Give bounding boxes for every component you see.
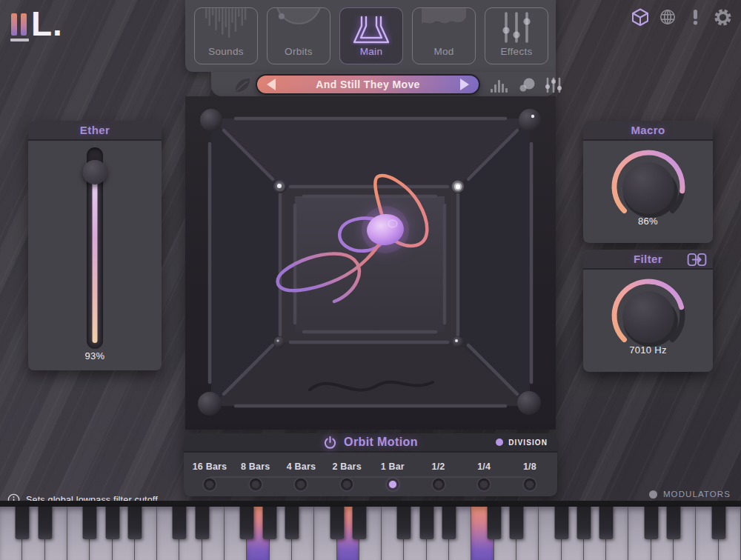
tab-label: Mod	[413, 46, 475, 57]
division-1-bar[interactable]: 1 Bar	[367, 461, 419, 492]
black-key[interactable]	[262, 507, 276, 539]
alert-icon[interactable]	[685, 7, 705, 27]
division-radio-dot	[526, 481, 534, 488]
logo-bar-icon	[11, 13, 17, 36]
division-radio-dot	[480, 481, 488, 488]
orbit-planet-icon	[275, 8, 322, 41]
previous-preset-button[interactable]	[266, 78, 276, 91]
filter-panel-header: Filter	[583, 250, 713, 270]
power-icon[interactable]	[323, 436, 337, 450]
black-key[interactable]	[644, 507, 658, 539]
orbit-motion-header: Orbit Motion DIVISION	[184, 433, 557, 453]
preset-utility-icons	[489, 77, 563, 93]
keyboard	[0, 507, 741, 560]
division-radio[interactable]	[339, 477, 354, 492]
tab-main[interactable]: Main	[339, 7, 403, 64]
ether-panel-header: Ether	[28, 121, 162, 141]
division-radio[interactable]	[522, 477, 537, 492]
division-1-4[interactable]: 1/4	[458, 461, 510, 492]
division-radio-dot	[297, 481, 305, 488]
division-option-label: 1 Bar	[367, 461, 419, 472]
black-key[interactable]	[330, 507, 344, 539]
next-preset-button[interactable]	[459, 78, 470, 91]
black-key[interactable]	[16, 507, 30, 539]
black-key[interactable]	[667, 507, 681, 539]
ether-value: 93%	[28, 350, 162, 361]
division-indicator[interactable]: DIVISION	[496, 433, 548, 451]
preset-selector[interactable]: And Still They Move	[256, 74, 480, 95]
division-1-2[interactable]: 1/2	[413, 461, 465, 492]
black-key[interactable]	[240, 507, 254, 539]
keyboard-gap	[0, 501, 741, 507]
black-key[interactable]	[127, 507, 142, 539]
leaf-icon[interactable]	[233, 76, 252, 95]
tab-bar: SoundsOrbitsMainModEffects	[185, 0, 556, 72]
black-key[interactable]	[397, 507, 411, 539]
division-radio[interactable]	[385, 477, 400, 492]
division-radio[interactable]	[202, 477, 217, 492]
black-key[interactable]	[599, 507, 614, 539]
division-option-label: 2 Bars	[321, 461, 373, 472]
tab-orbits[interactable]: Orbits	[267, 7, 330, 64]
black-key[interactable]	[419, 507, 433, 539]
black-key[interactable]	[105, 507, 119, 539]
ether-slider-knob[interactable]	[83, 160, 107, 184]
midi-link-icon[interactable]	[687, 253, 707, 267]
division-radio[interactable]	[431, 477, 446, 492]
black-key[interactable]	[576, 507, 591, 539]
bubbles-icon[interactable]	[519, 78, 536, 93]
ether-slider-fill	[93, 172, 98, 343]
division-4-bars[interactable]: 4 Bars	[275, 461, 327, 492]
division-1-8[interactable]: 1/8	[504, 461, 556, 492]
cube-3d-icon[interactable]	[631, 7, 650, 27]
wave-envelope-icon	[420, 8, 468, 35]
cube-visualizer[interactable]	[185, 96, 556, 430]
black-key[interactable]	[173, 507, 187, 539]
tab-mod[interactable]: Mod	[412, 7, 476, 64]
fader-sliders-icon	[499, 11, 534, 44]
logo-underline-icon	[10, 39, 29, 41]
filter-title: Filter	[634, 253, 662, 265]
logo-bar-icon	[21, 13, 27, 36]
globe-icon[interactable]	[658, 7, 677, 27]
tab-label: Orbits	[268, 46, 330, 57]
logo-text: L.	[31, 4, 63, 44]
division-radio-dot	[343, 481, 350, 488]
brand-logo: L.	[10, 10, 92, 49]
macro-value: 86%	[583, 216, 713, 227]
division-radio[interactable]	[248, 477, 263, 492]
black-key[interactable]	[442, 507, 456, 539]
mixer-icon[interactable]	[544, 77, 563, 93]
division-option-label: 1/4	[458, 461, 510, 472]
black-key[interactable]	[195, 507, 209, 539]
tab-sounds[interactable]: Sounds	[194, 7, 258, 64]
division-radio-dot	[252, 481, 259, 488]
preset-name: And Still They Move	[316, 79, 420, 90]
black-key[interactable]	[285, 507, 299, 539]
modulators-label: MODULATORS	[663, 490, 731, 499]
modulators-dot-icon	[649, 490, 657, 499]
division-16-bars[interactable]: 16 Bars	[184, 461, 236, 492]
black-key[interactable]	[352, 507, 366, 539]
black-key[interactable]	[509, 507, 523, 539]
black-key[interactable]	[487, 507, 501, 539]
gear-icon[interactable]	[713, 7, 732, 27]
black-key[interactable]	[83, 507, 97, 539]
black-key[interactable]	[711, 507, 725, 539]
histogram-icon[interactable]	[489, 77, 511, 93]
division-option-label: 1/8	[504, 461, 556, 472]
tab-label: Main	[340, 46, 402, 57]
division-option-label: 8 Bars	[230, 461, 282, 472]
division-radio-dot	[206, 481, 213, 488]
division-radio[interactable]	[293, 477, 308, 492]
titlebar-icons	[631, 7, 732, 27]
tab-effects[interactable]: Effects	[485, 7, 548, 64]
ether-panel: Ether 93%	[28, 121, 162, 370]
modulators-toggle[interactable]: MODULATORS	[649, 490, 731, 499]
granular-bars-icon	[204, 8, 248, 39]
black-key[interactable]	[554, 507, 568, 539]
division-8-bars[interactable]: 8 Bars	[230, 461, 282, 492]
division-2-bars[interactable]: 2 Bars	[321, 461, 373, 492]
division-radio[interactable]	[476, 477, 491, 492]
black-key[interactable]	[38, 507, 52, 539]
